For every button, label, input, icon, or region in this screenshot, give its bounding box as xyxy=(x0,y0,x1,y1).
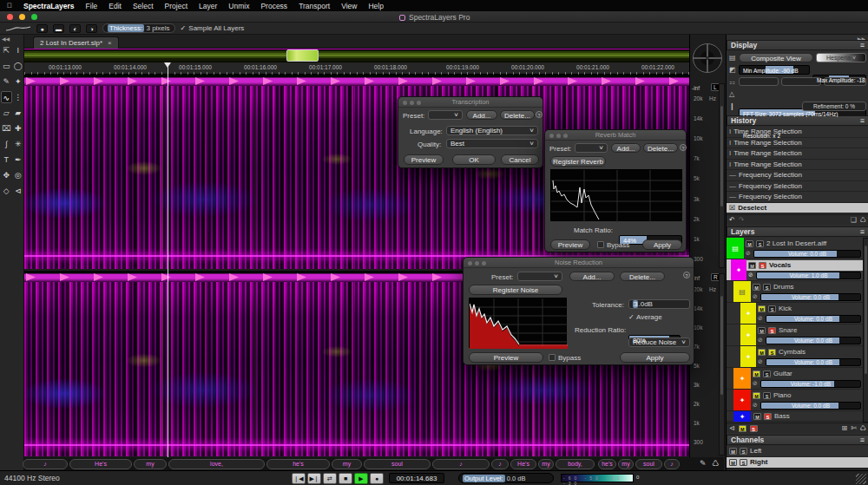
channel-row-left[interactable]: M S Left xyxy=(727,446,868,457)
mute-button[interactable]: M xyxy=(758,349,766,356)
overview-viewport[interactable] xyxy=(286,49,319,62)
layer-volume-slider[interactable]: Volume: 0.0 dB xyxy=(766,315,861,323)
ok-button[interactable]: OK xyxy=(452,154,496,165)
lyric-segment[interactable]: my xyxy=(538,459,554,469)
solo-button[interactable]: S xyxy=(763,392,771,399)
fft-size-slider[interactable]: FFT Size: 3072 samples (70ms/14Hz) xyxy=(739,108,866,118)
min-amplitude-slider[interactable]: Min Amplitude: -90 dB xyxy=(739,65,810,75)
lasso-selection-tool[interactable]: ◯ xyxy=(13,60,24,72)
lyric-segment[interactable]: He's xyxy=(510,459,536,469)
layer-color-swatch[interactable]: ✦ xyxy=(731,259,746,280)
layer-color-swatch[interactable]: ✦ xyxy=(740,324,756,345)
zoom-window-button[interactable] xyxy=(31,14,37,20)
menu-process[interactable]: Process xyxy=(260,2,287,10)
clone-stamp-tool[interactable]: ⌧ xyxy=(1,122,12,134)
phase-icon[interactable]: ⊘ xyxy=(753,380,758,387)
output-level-control[interactable]: Output Level: 0.0 dB xyxy=(458,473,554,483)
noise-dialog-titlebar[interactable]: Noise Reduction xyxy=(464,258,694,268)
rectangle-selection-tool[interactable]: ▭ xyxy=(1,60,12,72)
layers-view-icon[interactable]: ▤ xyxy=(729,54,736,62)
lyric-segment[interactable]: soul xyxy=(635,459,662,469)
new-layer-icon[interactable]: ⊞ xyxy=(841,424,847,432)
display-option-1[interactable] xyxy=(739,77,779,86)
layer-volume-slider[interactable]: Volume: 1.0 dB xyxy=(756,272,861,279)
brush-tool[interactable]: ✎ xyxy=(1,75,12,88)
solo-button[interactable]: S xyxy=(763,284,771,291)
lyric-segment[interactable]: my xyxy=(618,459,634,469)
preview-button[interactable]: Preview xyxy=(469,352,543,363)
layer-volume-slider[interactable]: Volume: 0.0 dB xyxy=(766,337,861,344)
loop-button[interactable]: ⇄ xyxy=(323,473,337,484)
layer-color-swatch[interactable]: ✦ xyxy=(740,346,756,367)
lyric-segment[interactable]: he's xyxy=(598,459,616,469)
tolerance-field[interactable]: 3.0dB xyxy=(628,299,690,309)
lyric-segment[interactable]: body, xyxy=(556,459,595,469)
lyric-segment[interactable]: ♪ xyxy=(432,459,490,469)
solo-button[interactable]: S xyxy=(763,370,771,377)
cube-3d-tool[interactable]: ◇ xyxy=(1,185,12,197)
brush-shape-round-button[interactable]: ● xyxy=(36,24,48,33)
global-solo-button[interactable]: S xyxy=(750,425,758,432)
register-reverb-button[interactable]: Register Reverb xyxy=(550,156,606,167)
menu-view[interactable]: View xyxy=(341,2,357,10)
hand-tool[interactable]: ✥ xyxy=(1,169,12,181)
mute-button[interactable]: M xyxy=(758,305,766,312)
fill-eraser-tool[interactable]: ▰ xyxy=(13,107,24,119)
transcription-dialog-titlebar[interactable]: Transcription xyxy=(398,97,542,108)
layer-row[interactable]: ▤ M S Drums ⊘ Volume: 0.0 dB xyxy=(727,281,863,303)
phase-icon[interactable]: ⊘ xyxy=(753,293,758,300)
display-menu-icon[interactable]: ≡ xyxy=(860,41,865,49)
minimize-window-button[interactable] xyxy=(19,14,25,20)
history-item[interactable]: ITime Range Selection xyxy=(727,148,868,160)
layer-volume-slider[interactable]: Volume: 0.0 dB xyxy=(753,250,861,258)
document-tab[interactable]: 2 Lost In Desert.slp* × xyxy=(33,36,119,49)
history-item[interactable]: ITime Range Selection xyxy=(727,160,868,171)
layer-color-swatch[interactable]: ✦ xyxy=(740,303,756,324)
phase-icon[interactable]: ⊘ xyxy=(758,337,763,344)
match-ratio-slider[interactable]: 44% xyxy=(619,235,682,245)
menu-transport[interactable]: Transport xyxy=(299,2,330,10)
layer-row[interactable]: ✦ M S Bass xyxy=(727,411,863,422)
bypass-checkbox[interactable] xyxy=(597,241,604,248)
solo-button[interactable]: S xyxy=(768,327,776,334)
preset-dropdown[interactable]: ˅ xyxy=(575,143,608,153)
history-item[interactable]: —Frequency Selection xyxy=(727,192,868,203)
preset-add-button[interactable]: Add... xyxy=(466,110,497,120)
menu-select[interactable]: Select xyxy=(133,2,154,10)
history-item-selected[interactable]: ☒Deselect xyxy=(727,203,868,214)
cancel-button[interactable]: Cancel xyxy=(501,154,539,165)
brush-shape-contrast-button[interactable]: ◑ xyxy=(86,24,97,33)
dialog-minimize-icon[interactable] xyxy=(556,134,561,138)
speaker-icon[interactable]: ⊲ xyxy=(729,424,735,432)
language-dropdown[interactable]: English (English)˅ xyxy=(446,126,538,135)
mute-button[interactable]: M xyxy=(758,327,766,334)
close-window-button[interactable] xyxy=(7,14,13,20)
preset-delete-button[interactable]: Delete... xyxy=(643,143,678,153)
delete-lyrics-icon[interactable]: ♺ xyxy=(712,459,719,468)
dialog-close-icon[interactable] xyxy=(549,134,554,138)
mute-button[interactable]: M xyxy=(748,262,756,269)
resolution-icon[interactable]: ❙ xyxy=(729,102,735,110)
copy-history-icon[interactable]: ❏ xyxy=(851,216,857,224)
layer-volume-slider[interactable]: Volume: 0.0 dB xyxy=(766,358,861,366)
help-icon[interactable]: ? xyxy=(536,111,542,118)
mute-button[interactable]: M xyxy=(753,413,761,420)
resize-grip[interactable] xyxy=(856,474,866,484)
layer-row[interactable]: ▤ M S 2 Lost In Desert.aiff ⊘ Volume: 0.… xyxy=(727,238,863,259)
menu-edit[interactable]: Edit xyxy=(108,2,122,10)
edit-lyrics-icon[interactable]: ✎ xyxy=(700,459,707,468)
solo-button[interactable]: S xyxy=(768,305,776,312)
record-button[interactable]: ● xyxy=(370,473,384,484)
lyric-segment[interactable]: soul xyxy=(364,459,431,469)
phase-icon[interactable]: ⊘ xyxy=(758,315,763,322)
preview-button[interactable]: Preview xyxy=(550,239,590,250)
layer-row[interactable]: ✦ M S Guitar ⊘ Volume: -1.0 dB xyxy=(727,368,863,390)
layer-row[interactable]: ✦ M S Cymbals ⊘ Volume: 0.0 dB xyxy=(727,346,863,368)
preset-delete-button[interactable]: Delete... xyxy=(620,272,665,281)
layer-color-swatch[interactable]: ✦ xyxy=(733,390,751,410)
time-selection-tool[interactable]: I xyxy=(13,44,24,56)
mute-button[interactable]: M xyxy=(729,459,737,466)
quality-dropdown[interactable]: Best˅ xyxy=(446,139,538,148)
scrollbar-left-channel[interactable] xyxy=(719,83,725,268)
lyric-segment[interactable]: ♪ xyxy=(664,459,680,469)
